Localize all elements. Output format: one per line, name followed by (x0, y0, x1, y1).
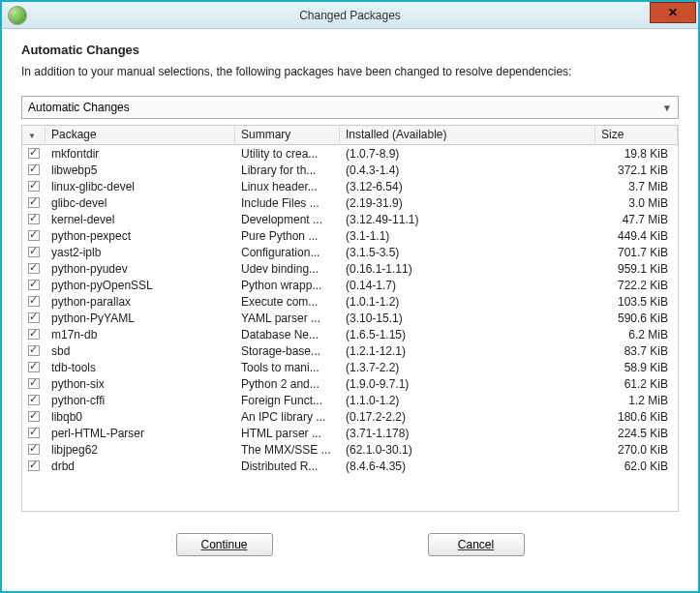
table-row[interactable]: libwebp5Library for th...(0.4.3-1.4)372.… (22, 162, 678, 178)
install-checkbox[interactable] (22, 428, 46, 438)
column-summary[interactable]: Summary (235, 126, 340, 144)
install-checkbox[interactable] (22, 411, 46, 422)
package-name: python-pexpect (46, 229, 235, 243)
table-row[interactable]: yast2-iplbConfiguration...(3.1.5-3.5)701… (22, 244, 678, 260)
package-size: 3.7 MiB (595, 180, 678, 193)
checkbox-icon (28, 428, 40, 438)
package-name: python-six (46, 377, 235, 391)
table-row[interactable]: mkfontdirUtility to crea...(1.0.7-8.9)19… (22, 145, 678, 162)
checkbox-icon (28, 247, 40, 257)
checkbox-icon (28, 181, 40, 192)
install-checkbox[interactable] (22, 460, 46, 471)
package-name: python-pyudev (46, 262, 235, 276)
package-version: (1.9.0-9.7.1) (340, 377, 595, 391)
table-row[interactable]: python-pexpectPure Python ...(3.1-1.1)44… (22, 227, 678, 244)
table-row[interactable]: drbdDistributed R...(8.4.6-4.35)62.0 KiB (22, 458, 678, 474)
checkbox-icon (28, 296, 40, 307)
package-summary: Tools to mani... (235, 361, 340, 374)
package-size: 47.7 MiB (595, 213, 678, 226)
table-row[interactable]: m17n-dbDatabase Ne...(1.6.5-1.15)6.2 MiB (22, 326, 678, 342)
filter-combobox[interactable]: Automatic Changes ▼ (21, 96, 679, 119)
checkbox-icon (28, 362, 40, 372)
package-name: drbd (46, 460, 235, 473)
package-summary: Database Ne... (235, 328, 340, 341)
install-checkbox[interactable] (22, 181, 46, 192)
table-row[interactable]: libqb0An IPC library ...(0.17.2-2.2)180.… (22, 408, 678, 425)
package-version: (3.1.5-3.5) (340, 246, 595, 259)
package-version: (62.1.0-30.1) (340, 443, 595, 457)
column-package[interactable]: Package (46, 126, 235, 144)
package-summary: Storage-base... (235, 344, 340, 358)
close-button[interactable]: ✕ (650, 2, 696, 23)
package-size: 701.7 KiB (595, 246, 678, 259)
install-checkbox[interactable] (22, 247, 46, 257)
checkbox-icon (28, 214, 40, 224)
install-checkbox[interactable] (22, 164, 46, 175)
package-size: 270.0 KiB (595, 443, 678, 457)
chevron-down-icon: ▼ (662, 103, 672, 113)
package-version: (3.12.49-11.1) (340, 213, 595, 226)
table-row[interactable]: python-sixPython 2 and...(1.9.0-9.7.1)61… (22, 375, 678, 392)
install-checkbox[interactable] (22, 378, 46, 389)
table-row[interactable]: sbdStorage-base...(1.2.1-12.1)83.7 KiB (22, 342, 678, 359)
table-row[interactable]: libjpeg62The MMX/SSE ...(62.1.0-30.1)270… (22, 441, 678, 458)
install-checkbox[interactable] (22, 280, 46, 290)
install-checkbox[interactable] (22, 296, 46, 307)
package-name: libwebp5 (46, 163, 235, 177)
content-area: Automatic Changes In addition to your ma… (2, 29, 698, 521)
package-version: (3.1-1.1) (340, 229, 595, 243)
install-checkbox[interactable] (22, 345, 46, 356)
continue-button[interactable]: Continue (176, 533, 273, 556)
package-name: tdb-tools (46, 361, 235, 374)
page-heading: Automatic Changes (21, 43, 679, 57)
table-row[interactable]: perl-HTML-ParserHTML parser ...(3.71-1.1… (22, 425, 678, 441)
install-checkbox[interactable] (22, 395, 46, 405)
install-checkbox[interactable] (22, 362, 46, 372)
install-checkbox[interactable] (22, 312, 46, 323)
package-summary: Python 2 and... (235, 377, 340, 391)
package-size: 722.2 KiB (595, 279, 678, 292)
package-summary: Include Files ... (235, 196, 340, 210)
package-name: python-PyYAML (46, 311, 235, 325)
package-size: 1.2 MiB (595, 394, 678, 407)
table-row[interactable]: linux-glibc-develLinux header...(3.12-6.… (22, 178, 678, 194)
column-sort-indicator[interactable]: ▼ (22, 126, 46, 144)
package-size: 19.8 KiB (595, 147, 678, 161)
checkbox-icon (28, 164, 40, 175)
checkbox-icon (28, 263, 40, 274)
checkbox-icon (28, 460, 40, 471)
install-checkbox[interactable] (22, 263, 46, 274)
column-size[interactable]: Size (595, 126, 678, 144)
cancel-button[interactable]: Cancel (428, 533, 525, 556)
package-summary: Foreign Funct... (235, 394, 340, 407)
package-name: m17n-db (46, 328, 235, 341)
install-checkbox[interactable] (22, 444, 46, 455)
package-name: libqb0 (46, 410, 235, 424)
table-row[interactable]: glibc-develInclude Files ...(2.19-31.9)3… (22, 194, 678, 211)
package-size: 959.1 KiB (595, 262, 678, 276)
table-row[interactable]: tdb-toolsTools to mani...(1.3.7-2.2)58.9… (22, 359, 678, 375)
table-row[interactable]: python-cffiForeign Funct...(1.1.0-1.2)1.… (22, 392, 678, 408)
table-row[interactable]: python-PyYAMLYAML parser ...(3.10-15.1)5… (22, 310, 678, 326)
package-summary: Python wrapp... (235, 279, 340, 292)
install-checkbox[interactable] (22, 197, 46, 208)
package-summary: Linux header... (235, 180, 340, 193)
table-header: ▼ Package Summary Installed (Available) … (22, 126, 678, 145)
column-installed[interactable]: Installed (Available) (340, 126, 595, 144)
package-size: 61.2 KiB (595, 377, 678, 391)
package-version: (3.10-15.1) (340, 311, 595, 325)
checkbox-icon (28, 395, 40, 405)
install-checkbox[interactable] (22, 230, 46, 241)
table-row[interactable]: kernel-develDevelopment ...(3.12.49-11.1… (22, 211, 678, 227)
table-row[interactable]: python-pyudevUdev binding...(0.16.1-1.11… (22, 260, 678, 277)
install-checkbox[interactable] (22, 214, 46, 224)
package-version: (2.19-31.9) (340, 196, 595, 210)
install-checkbox[interactable] (22, 148, 46, 159)
package-name: kernel-devel (46, 213, 235, 226)
install-checkbox[interactable] (22, 329, 46, 340)
titlebar: Changed Packages ✕ (2, 2, 698, 29)
package-size: 224.5 KiB (595, 427, 678, 440)
table-row[interactable]: python-pyOpenSSLPython wrapp...(0.14-1.7… (22, 277, 678, 293)
table-row[interactable]: python-parallaxExecute com...(1.0.1-1.2)… (22, 293, 678, 310)
package-name: glibc-devel (46, 196, 235, 210)
